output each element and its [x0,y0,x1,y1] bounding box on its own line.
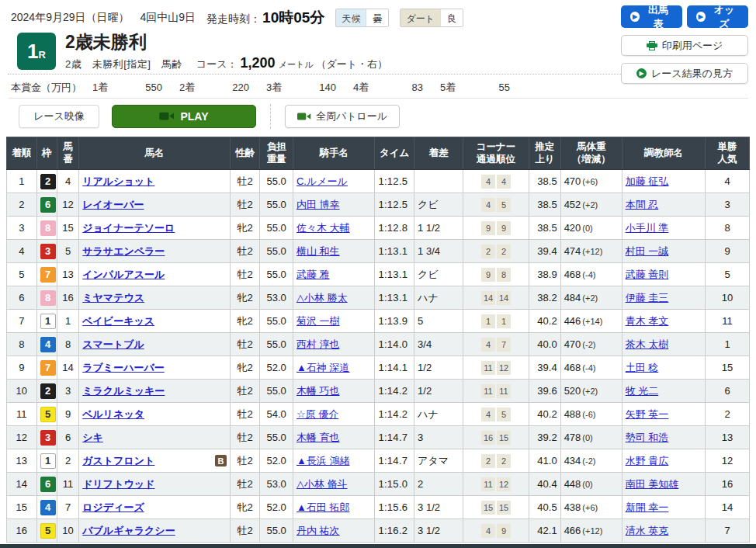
trainer-link[interactable]: 茶木 太樹 [626,338,669,350]
favorite-rank: 1 [706,333,750,356]
patrol-video-button[interactable]: 全周パトロール [285,105,400,128]
trainer-link[interactable]: 武藤 善則 [626,269,669,280]
horse-number: 2 [57,449,78,473]
jockey-link[interactable]: △小林 脩斗 [297,478,348,490]
corner-position: 11 [481,384,495,398]
trainer-link[interactable]: 牧 光二 [626,385,659,397]
horse-name-link[interactable]: ミヤマテウス [82,291,144,305]
trainer-cell: 青木 孝文 [622,310,705,333]
trainer-link[interactable]: 村田 一誠 [626,245,669,257]
jockey-link[interactable]: 西村 淳也 [297,338,340,350]
jockey-link[interactable]: 木幡 育也 [297,432,340,443]
trainer-link[interactable]: 土田 稔 [626,362,659,373]
jockey-link[interactable]: △小林 勝太 [297,292,348,303]
trainer-link[interactable]: 勢司 和浩 [626,432,669,443]
horse-name-link[interactable]: ミラクルミッキー [82,384,165,398]
trainer-link[interactable]: 青木 孝文 [626,315,669,327]
trainer-link[interactable]: 加藤 征弘 [626,175,669,187]
horse-name-link[interactable]: ベルリネッタ [82,408,144,421]
trainer-cell: 伊藤 圭三 [622,286,705,310]
horse-name-link[interactable]: ジョイナーテソーロ [82,221,175,235]
sex-age: 牡2 [230,426,260,449]
favorite-rank: 8 [706,217,750,240]
corner-position: 15 [497,501,511,515]
weather-label: 天候 [336,9,366,26]
race-video-button[interactable]: レース映像 [19,105,99,128]
finish-time: 1:14.2 [375,380,414,403]
play-button[interactable]: PLAY [112,105,256,128]
trainer-link[interactable]: 南田 美知雄 [626,478,679,490]
horse-name-link[interactable]: リアルショット [82,175,154,189]
jockey-link[interactable]: 横山 和生 [297,245,340,257]
entry-table-button[interactable]: ▶ 出馬表 [621,5,682,28]
bracket-cell: 3 [36,240,57,263]
jockey-link[interactable]: 木幡 巧也 [297,385,340,397]
jockey-link[interactable]: 内田 博幸 [297,199,340,210]
jockey-link[interactable]: C.ルメール [297,175,348,187]
finish-position: 14 [7,473,37,496]
horse-name-link[interactable]: ロジディーズ [82,501,144,515]
table-body: 1 2 4 リアルショット 牡2 55.0 C.ルメール 1:12.5 44 3… [7,170,750,543]
print-page-button[interactable]: 印刷用ページ [621,35,748,56]
corner-positions: 22 [463,449,529,473]
jockey-cell: 佐々木 大輔 [293,217,374,240]
prize-amount: 140 [293,82,336,93]
column-header: 騎手名 [293,137,374,170]
corner-position: 2 [497,245,511,258]
horse-name-link[interactable]: バブルギャラクシー [82,524,175,538]
bracket-cell: 1 [36,310,57,333]
horse-name-link[interactable]: ラブミーハーバー [82,361,165,375]
finish-time: 1:15.0 [375,473,414,496]
prize-amount: 55 [466,82,510,93]
column-header: タイム [375,137,414,170]
horse-name-link[interactable]: ドリフトウッド [82,477,154,491]
horse-weight: 420(0) [560,217,622,240]
jockey-link[interactable]: 丹内 祐次 [297,525,340,536]
corner-position: 1 [481,314,495,328]
favorite-rank: 12 [706,449,750,473]
horse-name-link[interactable]: インパルアスール [82,268,165,282]
sex-age: 牝2 [230,356,260,380]
jockey-link[interactable]: ▲長浜 鴻緒 [297,455,349,466]
bracket-number: 8 [40,220,56,236]
result-guide-button[interactable]: ▶ レース結果の見方 [621,63,748,84]
horse-name-link[interactable]: ガストフロント [82,454,154,468]
race-result-page: 2024年9月29日（日曜） 4回中山9日 発走時刻： 10時05分 天候 曇 … [0,0,756,548]
horse-name-link[interactable]: ベイビーキッス [82,314,154,328]
trainer-link[interactable]: 新開 幸一 [626,501,669,513]
horse-name-link[interactable]: スマートブル [82,338,144,352]
finish-time: 1:12.5 [375,193,414,217]
jockey-link[interactable]: 武藤 雅 [297,269,330,280]
carried-weight: 55.0 [260,217,293,240]
horse-weight: 434(-2) [560,449,622,473]
horse-name-link[interactable]: シキ [82,431,103,445]
corner-position: 8 [497,268,511,282]
finish-time: 1:13.1 [375,263,414,286]
trainer-link[interactable]: 本間 忍 [626,199,659,210]
favorite-rank: 2 [706,403,750,426]
horse-name-link[interactable]: サラサエンペラー [82,245,165,258]
jockey-link[interactable]: ▲石田 拓郎 [297,501,349,513]
jockey-link[interactable]: ☆原 優介 [297,408,338,420]
jockey-cell: 武藤 雅 [293,263,374,286]
jockey-link[interactable]: 菊沢 一樹 [297,315,340,327]
jockey-link[interactable]: ▲石神 深道 [297,362,349,373]
trainer-link[interactable]: 水野 貴広 [626,455,669,466]
trainer-link[interactable]: 矢野 英一 [626,408,669,420]
horse-name-link[interactable]: レイオーバー [82,198,144,212]
trainer-link[interactable]: 伊藤 圭三 [626,292,669,303]
trainer-link[interactable]: 小手川 準 [626,222,669,234]
jockey-cell: △小林 脩斗 [293,473,374,496]
jockey-link[interactable]: 佐々木 大輔 [297,222,350,234]
odds-button[interactable]: ▶ オッズ [687,5,748,28]
horse-number: 9 [57,403,78,426]
horse-weight: 468(-4) [560,356,622,380]
last-3f-time: 39.4 [529,240,561,263]
column-header: コーナー 通過順位 [463,137,529,170]
corner-positions: 22 [463,240,529,263]
jockey-cell: C.ルメール [293,170,374,193]
last-3f-time: 42.1 [529,519,561,543]
trainer-link[interactable]: 清水 英克 [626,525,669,536]
finish-position: 10 [7,380,37,403]
favorite-rank: 6 [706,380,750,403]
